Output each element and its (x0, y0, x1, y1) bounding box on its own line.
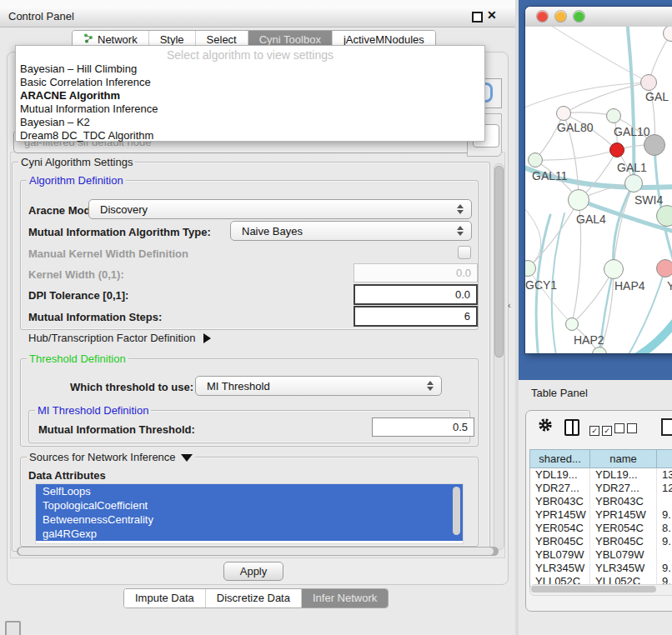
expanded-arrow-icon (181, 454, 193, 462)
settings-scrollbar-thumb[interactable] (494, 166, 504, 358)
table-row[interactable]: YBL079WYBL079W (530, 548, 672, 562)
network-window-titlebar[interactable] (525, 7, 672, 28)
network-node-label: HAP2 (574, 333, 604, 347)
data-attribute-item[interactable]: SelfLoops (36, 484, 463, 498)
algorithm-option[interactable]: Bayesian – Hill Climbing (16, 62, 484, 76)
minimize-traffic-light-icon[interactable] (555, 11, 566, 22)
table-row[interactable]: YBR043CYBR043C (530, 495, 672, 508)
hub-section-label: Hub/Transcription Factor Definition (28, 332, 195, 344)
unchecked-pair-icon[interactable] (614, 422, 639, 437)
sources-group-title[interactable]: Sources for Network Inference (27, 451, 195, 463)
table-cell: 12 (657, 482, 672, 495)
table-cell: YBR045C (530, 535, 590, 548)
corner-button[interactable] (5, 621, 21, 635)
zoom-traffic-light-icon[interactable] (574, 11, 584, 22)
bottom-tabbar: Impute Data Discretize Data Infer Networ… (123, 588, 389, 608)
apply-button[interactable]: Apply (223, 562, 283, 581)
table-row[interactable]: YPR145WYPR145W9. (530, 508, 672, 522)
close-icon[interactable]: ✕ (487, 8, 497, 22)
data-attribute-item[interactable]: BetweennessCentrality (36, 512, 463, 527)
data-attribute-item[interactable]: TopologicalCoefficient (36, 498, 463, 512)
algorithm-option[interactable]: Mutual Information Inference (16, 102, 484, 116)
network-node-gal-partial[interactable] (640, 74, 657, 91)
table-cell: 13 (657, 468, 672, 482)
network-node-hap2[interactable] (565, 318, 579, 331)
network-canvas[interactable]: GALGAL80GAL10GAL1GAL11SWI4GAL4GCY1HAP4YH… (525, 27, 672, 353)
hub-section-toggle[interactable]: Hub/Transcription Factor Definition (28, 332, 211, 344)
network-node-gal11[interactable] (528, 152, 543, 168)
algorithm-option[interactable]: ARACNE Algorithm (16, 89, 484, 102)
network-node-swi4[interactable] (624, 174, 643, 192)
algorithm-definition-title: Algorithm Definition (27, 174, 126, 187)
table-cell: YBR043C (530, 495, 590, 508)
threshold-definition-title: Threshold Definition (27, 352, 128, 365)
column-header-shared-name[interactable]: shared... (530, 450, 590, 468)
mi-threshold-group-title: MI Threshold Definition (35, 404, 151, 417)
close-traffic-light-icon[interactable] (537, 11, 548, 22)
table-row[interactable]: YDR27...YDR27...12 (530, 482, 672, 495)
mi-type-combo[interactable]: Naive Bayes (230, 221, 472, 241)
tab-impute-data-label: Impute Data (135, 589, 194, 608)
manual-kernel-checkbox[interactable] (458, 246, 471, 259)
network-node-gal80[interactable] (556, 106, 571, 121)
column-header-name[interactable]: name (590, 450, 657, 468)
settings-hscrollbar-track (17, 547, 499, 556)
kernel-width-field[interactable]: 0.0 (354, 263, 478, 282)
network-node-label: SWI4 (634, 193, 663, 207)
divider-handle-icon[interactable]: ‹ (508, 300, 511, 310)
mi-threshold-field[interactable]: 0.5 (372, 418, 474, 437)
column-header-partial[interactable] (657, 450, 672, 468)
network-node-label: GAL4 (576, 212, 606, 226)
table-cell: 8. (657, 522, 672, 535)
network-node-label: Y (667, 279, 672, 292)
table-row[interactable]: YBR045CYBR045C9. (530, 535, 672, 548)
network-node-green-right-partial[interactable] (656, 205, 672, 227)
dpi-tolerance-label: DPI Tolerance [0,1]: (28, 289, 128, 302)
mi-steps-label: Mutual Information Steps: (28, 311, 162, 323)
data-attributes-label: Data Attributes (28, 469, 106, 482)
table-cell (657, 548, 672, 562)
which-threshold-combo[interactable]: MI Threshold (195, 376, 442, 396)
tab-discretize-data[interactable]: Discretize Data (206, 589, 302, 608)
network-node-label: GAL10 (614, 125, 650, 138)
data-attribute-item[interactable]: gal4RGexp (36, 527, 463, 541)
float-panel-icon[interactable] (472, 12, 483, 22)
combo-arrows-icon (457, 204, 464, 214)
mi-steps-field[interactable]: 6 (354, 306, 478, 327)
table-cell: YPR145W (530, 508, 590, 522)
network-node-gal1[interactable] (609, 142, 624, 158)
network-desktop: GALGAL80GAL10GAL1GAL11SWI4GAL4GCY1HAP4YH… (519, 0, 672, 380)
algorithm-option[interactable]: Bayesian – K2 (16, 116, 484, 129)
table-row[interactable]: YDL19...YDL19...13 (530, 468, 672, 482)
network-edge (528, 200, 579, 268)
table-body: YDL19...YDL19...13YDR27...YDR27...12YBR0… (529, 468, 672, 589)
table-row[interactable]: YER054CYER054C8. (530, 522, 672, 535)
settings-hscrollbar-thumb[interactable] (18, 548, 494, 555)
checked-pair-icon[interactable]: ✓✓ (589, 422, 614, 437)
network-node-y-partial[interactable] (656, 259, 672, 278)
table-cell: YER054C (530, 522, 590, 535)
algorithm-dropdown-placeholder: Select algorithm to view settings (16, 46, 484, 62)
table-row[interactable]: YLR345WYLR345W9. (530, 562, 672, 575)
network-node-label: HAP4 (614, 279, 645, 292)
network-node-gal4[interactable] (568, 189, 589, 211)
collapsed-arrow-icon (203, 333, 211, 343)
tab-infer-network[interactable]: Infer Network (302, 589, 388, 608)
algorithm-option[interactable]: Basic Correlation Inference (16, 76, 484, 89)
network-node-label: GAL80 (557, 121, 594, 134)
table-cell: YER054C (590, 522, 657, 535)
split-columns-icon[interactable] (564, 419, 579, 436)
network-node-gal10[interactable] (606, 108, 621, 123)
algorithm-option[interactable]: Dream8 DC_TDC Algorithm (16, 129, 484, 142)
table-hscrollbar-thumb[interactable] (531, 586, 656, 592)
document-icon[interactable] (661, 418, 672, 436)
attributes-scrollbar-thumb[interactable] (453, 487, 460, 535)
aracne-mode-combo[interactable]: Discovery (88, 199, 472, 219)
network-node-hap4[interactable] (604, 259, 624, 279)
network-node-gray-node[interactable] (644, 134, 665, 156)
dpi-tolerance-field[interactable]: 0.0 (354, 284, 478, 305)
tab-impute-data[interactable]: Impute Data (124, 589, 206, 608)
gear-icon[interactable] (538, 418, 553, 436)
network-view-window[interactable]: GALGAL80GAL10GAL1GAL11SWI4GAL4GCY1HAP4YH… (525, 7, 672, 353)
kernel-width-label: Kernel Width (0,1): (28, 268, 124, 281)
